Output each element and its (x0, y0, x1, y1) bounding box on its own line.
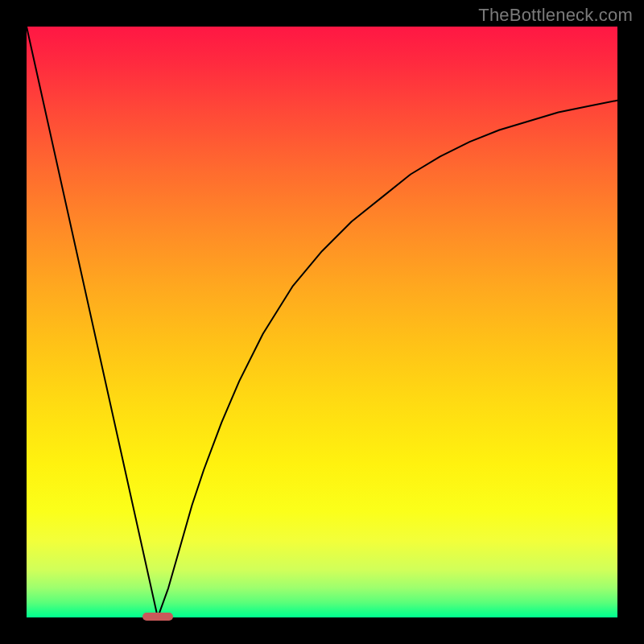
optimum-marker (142, 613, 173, 621)
chart-frame: TheBottleneck.com (0, 0, 644, 644)
curve-layer (27, 27, 617, 617)
curve-path (27, 27, 617, 617)
watermark-text: TheBottleneck.com (478, 5, 633, 26)
plot-area (27, 27, 617, 617)
